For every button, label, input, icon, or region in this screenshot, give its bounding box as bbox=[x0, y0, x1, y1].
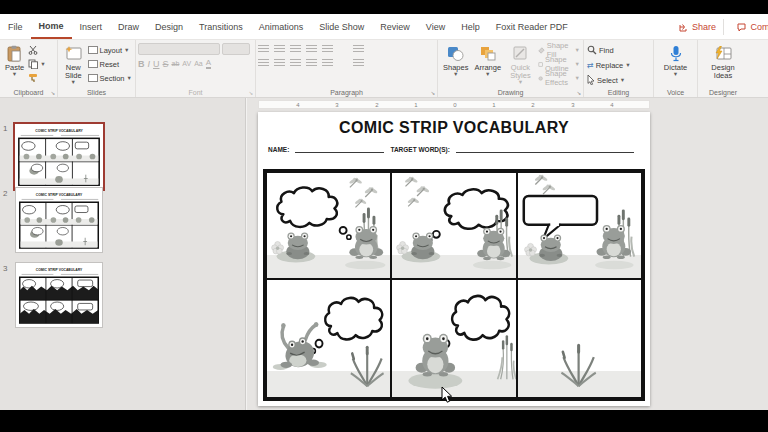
comic-panel-5[interactable] bbox=[391, 279, 516, 398]
strikethrough-button[interactable]: S bbox=[163, 59, 169, 69]
tab-design[interactable]: Design bbox=[147, 14, 191, 39]
panel-2-art-thought-bubble-two-frogs bbox=[392, 173, 515, 278]
tab-animations[interactable]: Animations bbox=[251, 14, 312, 39]
ruler-tick: 2 bbox=[375, 102, 378, 108]
slide-thumbnail-1[interactable]: COMIC STRIP VOCABULARY bbox=[13, 122, 105, 191]
tab-insert[interactable]: Insert bbox=[72, 14, 111, 39]
text-shadow-button[interactable]: ab bbox=[172, 60, 180, 67]
cut-button[interactable] bbox=[27, 44, 46, 56]
bold-button[interactable]: B bbox=[138, 59, 145, 69]
slide-thumbnail-2[interactable]: COMIC STRIP VOCABULARY bbox=[15, 187, 103, 253]
ribbon-group-drawing: Shapes ▼ Arrange ▼ Quick S bbox=[438, 40, 584, 97]
select-icon bbox=[587, 75, 595, 85]
paragraph-dialog-launcher[interactable]: ↘ bbox=[430, 90, 435, 96]
text-direction-button[interactable] bbox=[353, 45, 364, 53]
paragraph-group-label: Paragraph bbox=[256, 89, 437, 96]
tab-home[interactable]: Home bbox=[31, 14, 72, 39]
comic-panel-2[interactable] bbox=[391, 172, 516, 279]
underline-button[interactable]: U bbox=[153, 59, 160, 69]
design-ideas-label: Design Ideas bbox=[703, 64, 743, 80]
tab-file[interactable]: File bbox=[0, 14, 31, 39]
quick-styles-button[interactable]: Quick Styles ▼ bbox=[504, 43, 537, 87]
find-button[interactable]: Find bbox=[586, 44, 651, 56]
tab-help[interactable]: Help bbox=[453, 14, 488, 39]
copy-icon bbox=[28, 59, 38, 69]
tab-transitions[interactable]: Transitions bbox=[191, 14, 251, 39]
format-painter-button[interactable] bbox=[27, 72, 46, 84]
justify-button[interactable] bbox=[306, 59, 317, 67]
change-case-button[interactable]: Aa bbox=[194, 60, 203, 67]
ruler-tick: 4 bbox=[610, 102, 613, 108]
layout-button[interactable]: Layout ▼ bbox=[87, 44, 133, 56]
video-frame: File Home Insert Draw Design Transitions… bbox=[0, 0, 768, 432]
reset-button[interactable]: Reset bbox=[87, 58, 133, 70]
drawing-dialog-launcher[interactable]: ↘ bbox=[576, 90, 581, 96]
slide-thumbnail-3[interactable]: COMIC STRIP VOCABULARY bbox=[15, 262, 103, 328]
chevron-down-icon: ▼ bbox=[575, 76, 580, 81]
clipboard-group-label: Clipboard bbox=[0, 89, 57, 96]
copy-button[interactable]: ▼ bbox=[27, 58, 46, 70]
slide-canvas[interactable]: COMIC STRIP VOCABULARY NAME: TARGET WORD… bbox=[258, 112, 650, 406]
dictate-button[interactable]: Dictate ▼ bbox=[661, 43, 690, 87]
panel-6-art-cattails-only bbox=[518, 280, 641, 397]
name-target-row: NAME: TARGET WORD(S): bbox=[268, 146, 640, 153]
powerpoint-window: File Home Insert Draw Design Transitions… bbox=[0, 14, 768, 410]
bullets-button[interactable] bbox=[258, 45, 269, 53]
comments-label: Comments bbox=[750, 22, 768, 32]
comic-panel-3[interactable] bbox=[517, 172, 642, 279]
shape-effects-button[interactable]: Shape Effects ▼ bbox=[537, 72, 581, 84]
font-size-combobox[interactable] bbox=[222, 43, 250, 55]
tab-slide-show[interactable]: Slide Show bbox=[311, 14, 372, 39]
character-spacing-button[interactable]: AV bbox=[182, 60, 191, 67]
comic-panel-4[interactable] bbox=[266, 279, 391, 398]
slide-title[interactable]: COMIC STRIP VOCABULARY bbox=[258, 119, 650, 137]
tab-draw[interactable]: Draw bbox=[110, 14, 147, 39]
select-button[interactable]: Select ▼ bbox=[586, 74, 651, 86]
numbering-button[interactable] bbox=[274, 45, 285, 53]
clipboard-dialog-launcher[interactable]: ↘ bbox=[50, 90, 55, 96]
increase-indent-button[interactable] bbox=[306, 45, 317, 53]
align-center-button[interactable] bbox=[274, 59, 285, 67]
decrease-indent-button[interactable] bbox=[290, 45, 301, 53]
section-button[interactable]: Section ▼ bbox=[87, 72, 133, 84]
columns-button[interactable] bbox=[322, 59, 333, 67]
find-icon bbox=[587, 45, 597, 55]
shapes-button[interactable]: Shapes ▼ bbox=[440, 43, 471, 87]
shape-effects-icon bbox=[538, 74, 543, 83]
paste-button[interactable]: Paste ▼ bbox=[2, 43, 27, 87]
convert-to-smartart-button[interactable] bbox=[353, 59, 364, 67]
target-words-label: TARGET WORD(S): bbox=[390, 146, 449, 153]
name-blank-line bbox=[295, 146, 384, 153]
arrange-button[interactable]: Arrange ▼ bbox=[471, 43, 504, 87]
designer-group-label: Designer bbox=[698, 89, 748, 96]
chevron-down-icon: ▼ bbox=[485, 72, 490, 77]
align-left-button[interactable] bbox=[258, 59, 269, 67]
font-name-combobox[interactable] bbox=[138, 43, 220, 55]
new-slide-button[interactable]: New Slide ▼ bbox=[60, 43, 87, 87]
tab-review[interactable]: Review bbox=[372, 14, 418, 39]
font-color-button[interactable]: A bbox=[206, 58, 211, 69]
tab-foxit-reader-pdf[interactable]: Foxit Reader PDF bbox=[488, 14, 576, 39]
thumbnail-1-preview: COMIC STRIP VOCABULARY bbox=[15, 124, 103, 189]
design-ideas-button[interactable]: Design Ideas bbox=[700, 43, 746, 87]
panel-4-art-leaping-frog-thought-bubble bbox=[267, 280, 390, 397]
comments-button[interactable]: Comments bbox=[737, 14, 768, 40]
chevron-down-icon: ▼ bbox=[453, 72, 458, 77]
mouse-cursor bbox=[441, 386, 453, 404]
voice-group-label: Voice bbox=[654, 89, 697, 96]
cut-icon bbox=[28, 45, 38, 55]
tab-view[interactable]: View bbox=[418, 14, 453, 39]
comic-panel-1[interactable] bbox=[266, 172, 391, 279]
line-spacing-button[interactable] bbox=[322, 45, 333, 53]
align-right-button[interactable] bbox=[290, 59, 301, 67]
italic-button[interactable]: I bbox=[148, 59, 151, 69]
ribbon-group-paragraph: Paragraph ↘ bbox=[256, 40, 438, 97]
arrange-icon bbox=[480, 44, 496, 62]
svg-text:COMIC STRIP VOCABULARY: COMIC STRIP VOCABULARY bbox=[36, 193, 83, 197]
ribbon-group-slides: New Slide ▼ Layout ▼ Reset bbox=[58, 40, 136, 97]
font-dialog-launcher[interactable]: ↘ bbox=[248, 90, 253, 96]
comic-panel-6[interactable] bbox=[517, 279, 642, 398]
ruler-tick: 0 bbox=[453, 102, 456, 108]
share-button[interactable]: Share bbox=[679, 14, 716, 40]
replace-button[interactable]: ⇄ Replace ▼ bbox=[586, 59, 651, 71]
